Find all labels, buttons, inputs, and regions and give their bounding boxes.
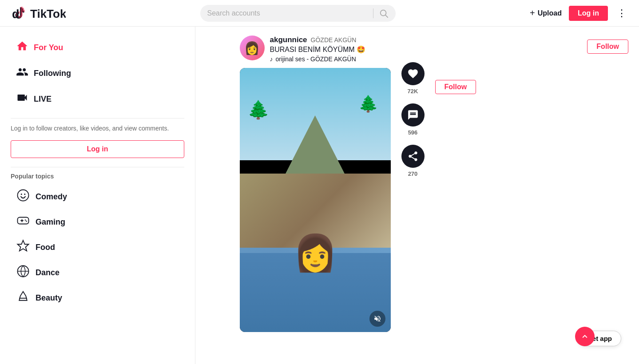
topic-gaming[interactable]: Gaming	[11, 210, 184, 235]
tiktok-logo-icon: d	[11, 5, 27, 21]
live-icon	[16, 91, 28, 107]
author-display-name: GÖZDE AKGÜN	[311, 36, 357, 44]
sidebar-login-message: Log in to follow creators, like videos, …	[11, 124, 184, 133]
svg-point-11	[26, 221, 27, 222]
like-icon	[407, 68, 419, 79]
food-label: Food	[36, 243, 55, 252]
comedy-svg-icon	[16, 189, 30, 202]
topic-dance[interactable]: Dance	[11, 260, 184, 285]
author-info: akgunnice GÖZDE AKGÜN BURASI BENİM KÖYÜM…	[270, 36, 391, 63]
sidebar-item-for-you[interactable]: For You	[11, 36, 184, 59]
search-input[interactable]	[207, 9, 368, 17]
mute-icon	[373, 315, 381, 323]
author-username[interactable]: akgunnice	[270, 36, 307, 44]
svg-text:TikTok: TikTok	[30, 7, 66, 20]
author-name-row: akgunnice GÖZDE AKGÜN	[270, 36, 391, 44]
main-content: 👩 akgunnice GÖZDE AKGÜN BURASI BENİM KÖY…	[195, 27, 639, 364]
food-icon	[16, 239, 30, 256]
more-options-button[interactable]: ⋮	[615, 6, 628, 21]
video-container: 👩 akgunnice GÖZDE AKGÜN BURASI BENİM KÖY…	[240, 36, 391, 332]
gaming-label: Gaming	[36, 218, 65, 227]
mute-button[interactable]	[369, 311, 385, 327]
svg-text:d: d	[12, 7, 20, 20]
logo[interactable]: d TikTok	[11, 5, 66, 21]
comment-count: 596	[408, 129, 418, 136]
beauty-icon	[16, 290, 30, 306]
tree-right-icon: 🌲	[358, 95, 378, 113]
sidebar: For You Following LIVE Lo	[0, 27, 195, 364]
comment-group: 596	[401, 103, 425, 136]
video-sound: ♪ orijinal ses - GÖZDE AKGÜN	[270, 55, 391, 63]
follow-button[interactable]: Follow	[435, 80, 476, 94]
upload-label: Upload	[538, 9, 562, 17]
avatar-image: 👩	[240, 36, 265, 60]
video-section: 👩 akgunnice GÖZDE AKGÜN BURASI BENİM KÖY…	[240, 36, 595, 332]
home-svg-icon	[16, 40, 28, 52]
svg-point-5	[21, 194, 22, 195]
following-label: Following	[34, 69, 71, 78]
topic-food[interactable]: Food	[11, 235, 184, 260]
avatar[interactable]: 👩	[240, 36, 265, 60]
main-layout: For You Following LIVE Lo	[0, 27, 639, 364]
svg-marker-12	[18, 241, 29, 251]
comment-icon	[407, 109, 419, 121]
following-icon	[16, 66, 28, 81]
sidebar-login-button[interactable]: Log in	[11, 140, 184, 158]
upload-button[interactable]: + Upload	[530, 8, 562, 18]
search-divider	[373, 8, 373, 18]
dance-svg-icon	[16, 265, 30, 278]
live-label: LIVE	[34, 95, 52, 104]
search-bar	[200, 5, 396, 22]
upload-plus-icon: +	[530, 8, 535, 18]
svg-line-3	[385, 15, 388, 17]
like-button[interactable]	[401, 62, 425, 85]
scroll-up-icon	[580, 332, 590, 341]
comment-button[interactable]	[401, 103, 425, 127]
home-icon	[16, 40, 28, 55]
topic-comedy[interactable]: Comedy	[11, 184, 184, 210]
follow-btn-fixed-container: Follow	[587, 40, 628, 54]
video-caption: BURASI BENİM KÖYÜMM 🤩	[270, 45, 391, 54]
tree-left-icon: 🌲	[247, 99, 270, 120]
for-you-label: For You	[34, 43, 63, 52]
dance-icon	[16, 265, 30, 281]
svg-point-4	[18, 190, 29, 201]
svg-point-10	[25, 220, 26, 221]
person-figure: 👩	[293, 232, 337, 274]
header: d TikTok + Upload Log in ⋮	[0, 0, 639, 27]
follow-container: Follow	[435, 36, 476, 332]
beauty-svg-icon	[16, 290, 30, 303]
gaming-svg-icon	[16, 214, 30, 227]
topic-beauty[interactable]: Beauty	[11, 285, 184, 311]
sidebar-divider-2	[11, 167, 184, 167]
comedy-icon	[16, 189, 30, 205]
share-group: 270	[401, 145, 425, 177]
sidebar-nav: For You Following LIVE	[11, 36, 184, 111]
food-svg-icon	[16, 239, 30, 253]
gaming-icon	[16, 214, 30, 230]
sound-label[interactable]: orijinal ses - GÖZDE AKGÜN	[276, 55, 356, 63]
search-icon	[379, 8, 389, 18]
search-button[interactable]	[379, 8, 389, 18]
popular-topics-title: Popular topics	[11, 173, 184, 180]
video-scene: 🌲 🌲 👩	[240, 68, 391, 332]
beauty-label: Beauty	[36, 293, 62, 303]
like-group: 72K	[401, 62, 425, 95]
sidebar-item-following[interactable]: Following	[11, 61, 184, 85]
header-login-button[interactable]: Log in	[569, 6, 608, 21]
sidebar-item-live[interactable]: LIVE	[11, 87, 184, 111]
share-count: 270	[408, 170, 418, 177]
scroll-top-button[interactable]	[575, 327, 595, 346]
video-player[interactable]: 🌲 🌲 👩	[240, 68, 391, 332]
sidebar-divider-1	[11, 118, 184, 119]
following-svg-icon	[16, 66, 28, 78]
share-icon	[407, 150, 419, 162]
tiktok-wordmark-icon: TikTok	[30, 6, 66, 20]
author-row: 👩 akgunnice GÖZDE AKGÜN BURASI BENİM KÖY…	[240, 36, 391, 63]
header-right: + Upload Log in ⋮	[530, 6, 628, 21]
follow-button-fixed[interactable]: Follow	[587, 40, 628, 54]
svg-point-6	[24, 194, 25, 195]
share-button[interactable]	[401, 145, 425, 168]
like-count: 72K	[408, 88, 418, 95]
dance-label: Dance	[36, 268, 60, 277]
